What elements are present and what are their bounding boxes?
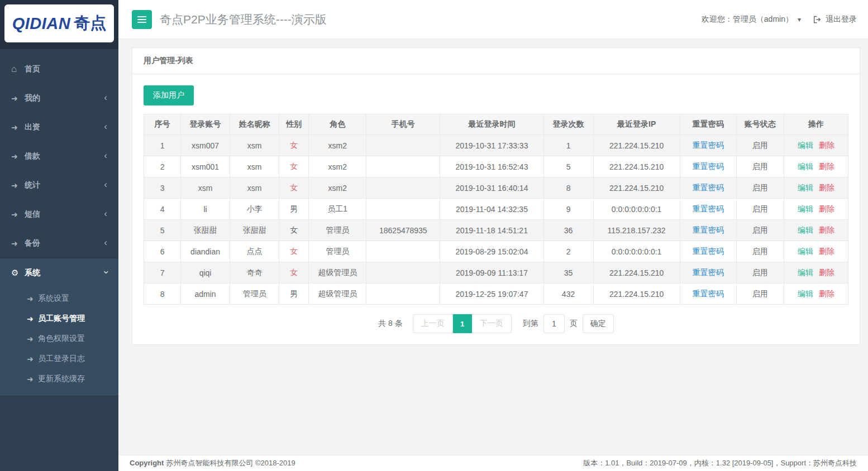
sidebar-subitem-refresh-cache[interactable]: ➜更新系统缓存 xyxy=(0,369,118,389)
sidebar-item-system[interactable]: ⚙系统‹➜系统设置➜员工账号管理➜角色权限设置➜员工登录日志➜更新系统缓存 xyxy=(0,258,118,396)
goto-page-input[interactable] xyxy=(543,314,565,333)
cell-reset-password: 重置密码 xyxy=(680,199,736,220)
edit-link[interactable]: 编辑 xyxy=(798,247,813,256)
sidebar-item-invest[interactable]: ➜出资‹ xyxy=(0,113,118,142)
cell-status: 启用 xyxy=(736,177,784,199)
table-row: 6diandian点点女管理员2019-08-29 15:02:0420:0:0… xyxy=(144,241,848,262)
footer: Copyright苏州奇点智能科技有限公司 ©2018-2019 版本：1.01… xyxy=(118,455,868,471)
goto-prefix-label: 到第 xyxy=(523,319,538,329)
arrow-icon: ➜ xyxy=(27,374,38,383)
cell-status: 启用 xyxy=(736,199,784,220)
sidebar-item-borrow[interactable]: ➜借款‹ xyxy=(0,142,118,171)
delete-link[interactable]: 删除 xyxy=(819,141,834,150)
delete-link[interactable]: 删除 xyxy=(819,225,834,234)
cell-reset-password: 重置密码 xyxy=(680,177,736,199)
current-page-button[interactable]: 1 xyxy=(453,314,472,333)
sidebar-subitem-label: 员工登录日志 xyxy=(38,354,85,364)
reset-password-link[interactable]: 重置密码 xyxy=(693,225,724,234)
cell-name: 小李 xyxy=(230,199,279,220)
sidebar-subitem-staff-login-log[interactable]: ➜员工登录日志 xyxy=(0,349,118,369)
cell-phone xyxy=(366,177,440,199)
cell-name: 管理员 xyxy=(230,283,279,305)
delete-link[interactable]: 删除 xyxy=(819,204,834,213)
add-user-button[interactable]: 添加用户 xyxy=(144,85,194,105)
total-count-label: 共 8 条 xyxy=(378,319,403,329)
reset-password-link[interactable]: 重置密码 xyxy=(693,289,724,298)
edit-link[interactable]: 编辑 xyxy=(798,204,813,213)
logo-text-en: QIDIAN xyxy=(12,15,71,33)
cell-login-count: 1 xyxy=(543,135,593,156)
sidebar-item-sms[interactable]: ➜短信‹ xyxy=(0,200,118,229)
cell-reset-password: 重置密码 xyxy=(680,156,736,177)
sidebar-subitem-system-settings[interactable]: ➜系统设置 xyxy=(0,289,118,309)
reset-password-link[interactable]: 重置密码 xyxy=(693,204,724,213)
delete-link[interactable]: 删除 xyxy=(819,162,834,171)
edit-link[interactable]: 编辑 xyxy=(798,268,813,277)
arrow-icon: ➜ xyxy=(11,181,25,190)
cell-login-ip: 0:0:0:0:0:0:0:1 xyxy=(593,241,680,262)
gear-icon: ⚙ xyxy=(11,268,25,278)
sidebar-subitem-role-permissions[interactable]: ➜角色权限设置 xyxy=(0,329,118,349)
arrow-icon: ➜ xyxy=(27,334,38,343)
cell-seq: 2 xyxy=(144,156,181,177)
reset-password-link[interactable]: 重置密码 xyxy=(693,268,724,277)
cell-account: diandian xyxy=(181,241,230,262)
arrow-icon: ➜ xyxy=(11,210,25,219)
cell-gender: 女 xyxy=(279,220,309,241)
cell-reset-password: 重置密码 xyxy=(680,135,736,156)
goto-confirm-button[interactable]: 确定 xyxy=(583,314,614,333)
cell-gender: 女 xyxy=(279,241,309,262)
cell-login-time: 2019-10-31 16:40:14 xyxy=(440,177,543,199)
reset-password-link[interactable]: 重置密码 xyxy=(693,141,724,150)
next-page-button[interactable]: 下一页 xyxy=(472,314,512,333)
column-header: 手机号 xyxy=(366,114,440,135)
delete-link[interactable]: 删除 xyxy=(819,247,834,256)
copyright-label: Copyright xyxy=(130,459,164,467)
delete-link[interactable]: 删除 xyxy=(819,183,834,192)
cell-login-time: 2019-12-25 19:07:47 xyxy=(440,283,543,305)
delete-link[interactable]: 删除 xyxy=(819,289,834,298)
sidebar-item-backup[interactable]: ➜备份‹ xyxy=(0,229,118,258)
column-header: 角色 xyxy=(309,114,366,135)
delete-link[interactable]: 删除 xyxy=(819,268,834,277)
prev-page-button[interactable]: 上一页 xyxy=(413,314,453,333)
cell-login-count: 5 xyxy=(543,156,593,177)
cell-role: xsm2 xyxy=(309,156,366,177)
welcome-user-label[interactable]: 欢迎您：管理员（admin） xyxy=(702,15,793,25)
cell-name: xsm xyxy=(230,156,279,177)
cell-phone xyxy=(366,262,440,283)
column-header: 账号状态 xyxy=(736,114,784,135)
sidebar-subitem-label: 系统设置 xyxy=(38,294,69,304)
edit-link[interactable]: 编辑 xyxy=(798,225,813,234)
sidebar-subitem-label: 角色权限设置 xyxy=(38,334,85,344)
sidebar-item-home[interactable]: ⌂首页 xyxy=(0,55,118,84)
edit-link[interactable]: 编辑 xyxy=(798,289,813,298)
arrow-icon: ➜ xyxy=(11,123,25,132)
edit-link[interactable]: 编辑 xyxy=(798,141,813,150)
app-window: QIDIAN 奇点 ⌂首页➜我的‹➜出资‹➜借款‹➜统计‹➜短信‹➜备份‹⚙系统… xyxy=(0,0,868,471)
cell-actions: 编辑删除 xyxy=(784,262,848,283)
hamburger-menu-button[interactable] xyxy=(132,10,152,29)
cell-status: 启用 xyxy=(736,262,784,283)
sidebar-item-label: 短信 xyxy=(25,209,104,219)
cell-phone xyxy=(366,199,440,220)
content-area: 用户管理-列表 添加用户 序号登录账号姓名昵称性别角色手机号最近登录时间登录次数… xyxy=(118,39,868,455)
sidebar-item-mine[interactable]: ➜我的‹ xyxy=(0,84,118,113)
reset-password-link[interactable]: 重置密码 xyxy=(693,162,724,171)
edit-link[interactable]: 编辑 xyxy=(798,162,813,171)
reset-password-link[interactable]: 重置密码 xyxy=(693,247,724,256)
logout-button[interactable]: 退出登录 xyxy=(813,15,857,25)
chevron-left-icon: ‹ xyxy=(104,182,107,188)
edit-link[interactable]: 编辑 xyxy=(798,183,813,192)
cell-seq: 4 xyxy=(144,199,181,220)
cell-seq: 8 xyxy=(144,283,181,305)
reset-password-link[interactable]: 重置密码 xyxy=(693,183,724,192)
cell-gender: 男 xyxy=(279,283,309,305)
sidebar-subitem-staff-accounts[interactable]: ➜员工账号管理 xyxy=(0,309,118,329)
arrow-icon: ➜ xyxy=(11,152,25,161)
sidebar-item-stats[interactable]: ➜统计‹ xyxy=(0,171,118,200)
sidebar-item-label: 统计 xyxy=(25,180,104,190)
table-row: 3xsmxsm女xsm22019-10-31 16:40:148221.224.… xyxy=(144,177,848,199)
cell-login-count: 432 xyxy=(543,283,593,305)
caret-down-icon[interactable]: ▾ xyxy=(798,16,801,23)
